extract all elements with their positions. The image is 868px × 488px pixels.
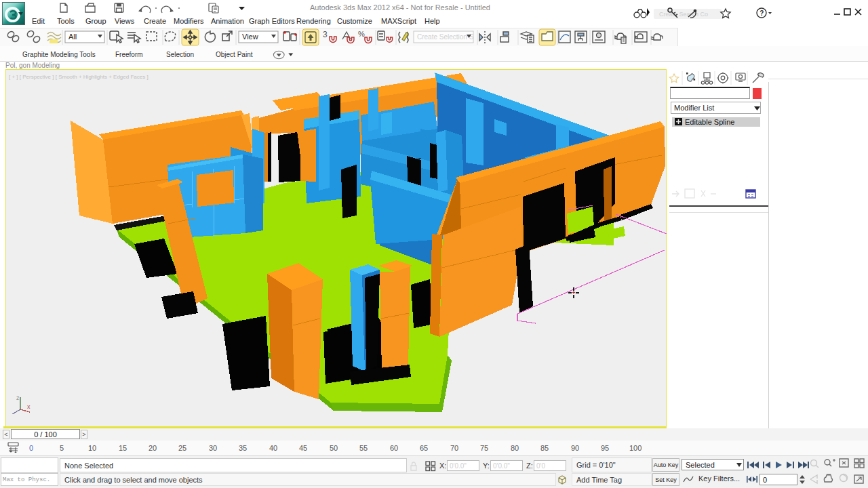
svg-text:[ + ] [ Perspective ] [ Smooth: [ + ] [ Perspective ] [ Smooth + Highlig… (9, 74, 149, 80)
svg-text:3: 3 (323, 30, 328, 39)
svg-text:Create Selection S: Create Selection S (417, 33, 474, 41)
svg-text:View: View (242, 33, 258, 41)
svg-text:Create Search Co: Create Search Co (659, 11, 708, 18)
svg-text:x: x (27, 403, 31, 410)
svg-text:?: ? (760, 9, 764, 17)
svg-text:z: z (16, 394, 20, 401)
svg-text:All: All (68, 33, 77, 41)
svg-text:%: % (358, 30, 365, 38)
